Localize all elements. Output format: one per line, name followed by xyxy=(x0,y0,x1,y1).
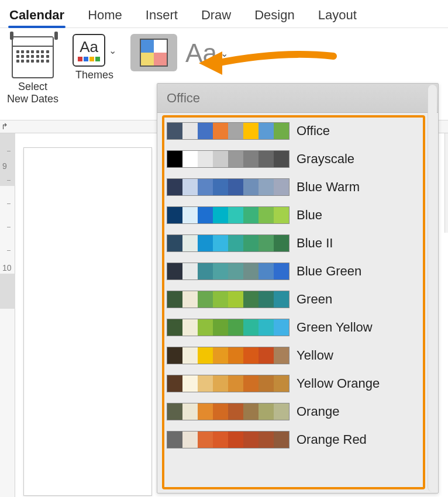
theme-colors-icon xyxy=(140,39,168,67)
fonts-icon: Aa xyxy=(185,39,217,68)
theme-fonts-button[interactable]: Aa ⌄ xyxy=(185,39,228,68)
color-scheme-item[interactable]: Office xyxy=(167,122,429,140)
color-scheme-item[interactable]: Orange xyxy=(167,403,429,420)
color-scheme-item[interactable]: Yellow xyxy=(167,347,429,364)
themes-button[interactable]: Aa ⌄ Themes xyxy=(73,34,116,81)
tab-stop-icon: ↱ xyxy=(1,122,8,131)
color-scheme-label: Blue Green xyxy=(297,264,361,279)
color-scheme-label: Yellow Orange xyxy=(297,376,380,391)
right-ruler-edge xyxy=(444,133,448,233)
tab-draw[interactable]: Draw xyxy=(200,3,232,27)
document-page xyxy=(23,147,152,496)
color-scheme-item[interactable]: Yellow Orange xyxy=(167,375,429,392)
tab-design[interactable]: Design xyxy=(253,3,295,27)
color-scheme-item[interactable]: Blue Green xyxy=(167,263,429,280)
color-scheme-list: OfficeGrayscaleBlue WarmBlueBlue IIBlue … xyxy=(163,118,432,453)
tab-layout[interactable]: Layout xyxy=(317,3,358,27)
color-scheme-item[interactable]: Blue xyxy=(167,206,429,224)
color-scheme-swatches xyxy=(167,206,290,224)
color-scheme-label: Blue xyxy=(297,208,322,223)
theme-colors-dropdown: Office OfficeGrayscaleBlue WarmBlueBlue … xyxy=(157,83,439,493)
color-scheme-item[interactable]: Green xyxy=(167,291,429,308)
color-scheme-label: Yellow xyxy=(297,348,333,363)
tab-home[interactable]: Home xyxy=(87,3,123,27)
color-scheme-swatches xyxy=(167,178,290,196)
color-scheme-label: Orange Red xyxy=(297,432,367,447)
chevron-down-icon: ⌄ xyxy=(220,48,228,59)
color-scheme-item[interactable]: Blue II xyxy=(167,234,429,252)
color-scheme-swatches xyxy=(167,122,290,140)
color-scheme-item[interactable]: Green Yellow xyxy=(167,319,429,336)
select-new-dates-label: Select New Dates xyxy=(7,81,58,105)
ribbon-tabs: Calendar Home Insert Draw Design Layout xyxy=(0,0,448,28)
chevron-down-icon: ⌄ xyxy=(109,45,116,56)
color-scheme-swatches xyxy=(167,431,290,448)
select-new-dates-button[interactable]: Select New Dates xyxy=(7,34,58,105)
color-scheme-swatches xyxy=(167,234,290,252)
ruler-mark: 9 xyxy=(2,161,7,171)
color-scheme-label: Blue Warm xyxy=(297,180,360,195)
color-scheme-item[interactable]: Orange Red xyxy=(167,431,429,448)
color-scheme-swatches xyxy=(167,263,290,280)
theme-colors-button[interactable] xyxy=(130,34,177,71)
color-scheme-swatches xyxy=(167,403,290,420)
color-scheme-swatches xyxy=(167,319,290,336)
color-scheme-label: Green Yellow xyxy=(297,320,373,335)
color-scheme-swatches xyxy=(167,291,290,308)
scrollbar[interactable] xyxy=(428,85,437,492)
color-scheme-label: Office xyxy=(297,123,330,139)
tab-calendar[interactable]: Calendar xyxy=(8,3,66,27)
color-scheme-swatches xyxy=(167,150,290,168)
color-scheme-item[interactable]: Grayscale xyxy=(167,150,429,168)
calendar-icon xyxy=(12,36,54,78)
themes-label: Themes xyxy=(75,69,113,81)
color-scheme-label: Green xyxy=(297,292,332,307)
color-scheme-swatches xyxy=(167,347,290,364)
themes-icon: Aa xyxy=(73,34,105,67)
color-scheme-label: Blue II xyxy=(297,236,333,251)
dropdown-section-header: Office xyxy=(157,84,438,113)
color-scheme-label: Orange xyxy=(297,404,339,419)
color-scheme-label: Grayscale xyxy=(297,151,354,167)
vertical-ruler: 9 10 xyxy=(0,133,15,497)
ruler-mark: 10 xyxy=(2,263,12,272)
color-scheme-item[interactable]: Blue Warm xyxy=(167,178,429,196)
color-scheme-swatches xyxy=(167,375,290,392)
tab-insert[interactable]: Insert xyxy=(144,3,179,27)
